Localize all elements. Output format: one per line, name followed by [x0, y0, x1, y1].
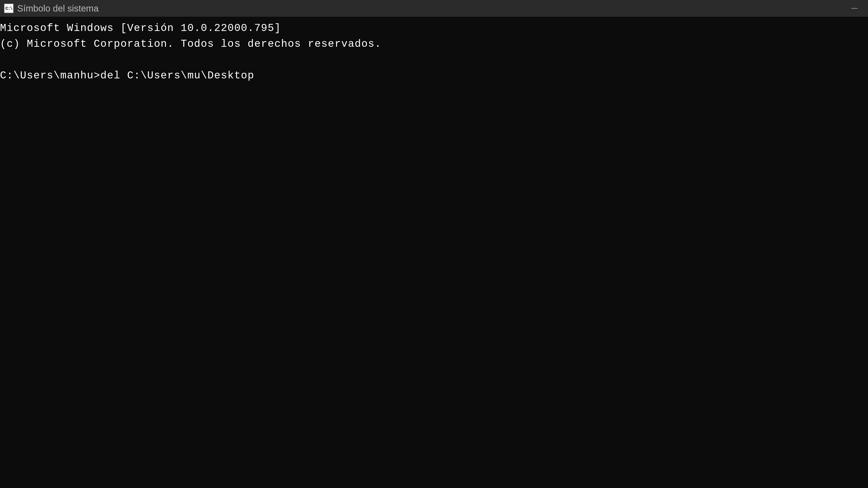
- minimize-icon: [851, 8, 858, 8]
- copyright-line: (c) Microsoft Corporation. Todos los der…: [0, 36, 868, 52]
- titlebar-left: C:\ Símbolo del sistema: [4, 3, 98, 13]
- cmd-icon: C:\: [4, 4, 13, 13]
- command-input[interactable]: del C:\Users\mu\Desktop: [100, 68, 254, 84]
- window-controls: [841, 0, 868, 17]
- window-titlebar[interactable]: C:\ Símbolo del sistema: [0, 0, 868, 17]
- command-prompt-line: C:\Users\manhu>del C:\Users\mu\Desktop: [0, 68, 868, 84]
- blank-line: [0, 52, 868, 68]
- terminal-output[interactable]: Microsoft Windows [Versión 10.0.22000.79…: [0, 17, 868, 488]
- prompt-text: C:\Users\manhu>: [0, 68, 100, 84]
- window-title: Símbolo del sistema: [17, 3, 98, 13]
- version-line: Microsoft Windows [Versión 10.0.22000.79…: [0, 20, 868, 36]
- minimize-button[interactable]: [841, 0, 868, 17]
